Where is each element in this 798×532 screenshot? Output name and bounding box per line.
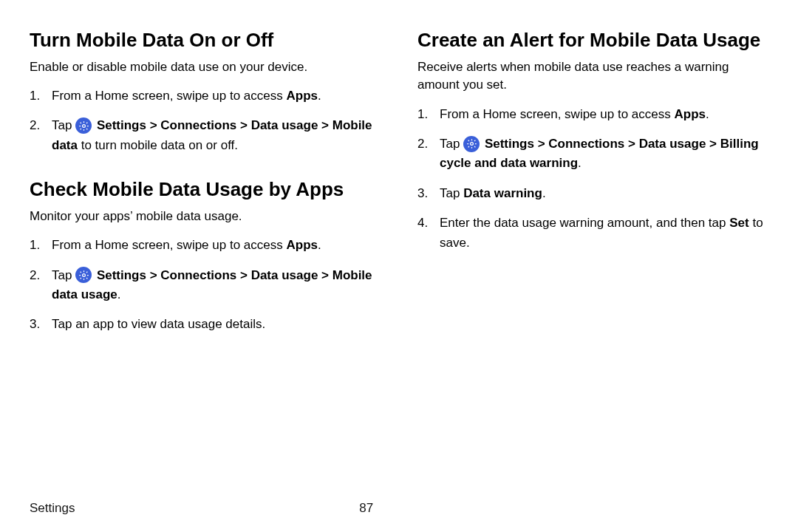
step-text: . (542, 186, 546, 200)
desc-create-alert: Receive alerts when mobile data use reac… (417, 58, 768, 95)
svg-point-1 (82, 273, 85, 276)
step-text: From a Home screen, swipe up to access (52, 238, 286, 252)
chevron-separator: > (534, 137, 548, 151)
heading-create-alert: Create an Alert for Mobile Data Usage (417, 28, 768, 52)
bold-text: Data warning (463, 186, 542, 200)
steps-turn-mobile-data: From a Home screen, swipe up to access A… (30, 86, 381, 155)
bold-text: Settings (97, 118, 146, 132)
bold-text: Data usage (251, 268, 318, 282)
bold-text: Apps (286, 238, 318, 252)
step-text: . (318, 89, 321, 103)
chevron-separator: > (318, 268, 332, 282)
bold-text: Settings (485, 137, 534, 151)
list-item: From a Home screen, swipe up to access A… (30, 86, 381, 106)
settings-gear-icon (75, 117, 92, 134)
bold-text: Data usage (639, 137, 706, 151)
chevron-separator: > (318, 118, 332, 132)
step-text: From a Home screen, swipe up to access (440, 107, 674, 121)
chevron-separator: > (706, 137, 720, 151)
chevron-separator: > (236, 268, 250, 282)
step-text: to turn mobile data on or off. (78, 138, 238, 152)
step-text: . (578, 156, 582, 170)
section-turn-mobile-data: Turn Mobile Data On or Off Enable or dis… (30, 28, 381, 155)
list-item: From a Home screen, swipe up to access A… (30, 236, 381, 255)
chevron-separator: > (236, 118, 250, 132)
step-text: Tap (440, 137, 463, 151)
list-item: Tap an app to view data usage details. (30, 315, 381, 334)
bold-text: Connections (548, 137, 624, 151)
desc-check-usage: Monitor your apps’ mobile data usage. (30, 208, 381, 226)
step-text: . (706, 107, 709, 121)
step-text: Tap (440, 186, 463, 200)
svg-point-0 (82, 124, 85, 127)
footer-section-label: Settings (30, 501, 75, 515)
settings-gear-icon (463, 136, 480, 152)
bold-text: Connections (160, 268, 236, 282)
bold-text: Connections (160, 118, 236, 132)
left-column: Turn Mobile Data On or Off Enable or dis… (30, 28, 381, 357)
step-text: Enter the data usage warning amount, and… (440, 216, 729, 230)
svg-point-2 (470, 143, 473, 146)
step-text: From a Home screen, swipe up to access (52, 89, 286, 103)
chevron-separator: > (624, 137, 638, 151)
list-item: Tap Data warning. (417, 184, 768, 203)
list-item: Tap Settings > Connections > Data usage … (417, 134, 768, 174)
bold-text: Data usage (251, 118, 318, 132)
heading-check-usage: Check Mobile Data Usage by Apps (30, 177, 381, 202)
steps-check-usage: From a Home screen, swipe up to access A… (30, 236, 381, 334)
page-footer: Settings 87 (30, 501, 768, 516)
page-number: 87 (359, 501, 373, 516)
step-text: Tap an app to view data usage details. (52, 317, 265, 331)
chevron-separator: > (146, 268, 160, 282)
heading-turn-mobile-data: Turn Mobile Data On or Off (30, 28, 381, 52)
step-text: Tap (52, 268, 75, 282)
step-text: . (117, 287, 121, 301)
list-item: Tap Settings > Connections > Data usage … (30, 116, 381, 155)
bold-text: Apps (674, 107, 706, 121)
list-item: From a Home screen, swipe up to access A… (417, 105, 768, 124)
bold-text: Apps (286, 89, 318, 103)
section-create-alert: Create an Alert for Mobile Data Usage Re… (417, 28, 768, 253)
step-text: . (318, 238, 321, 252)
bold-text: Settings (97, 268, 146, 282)
bold-text: Set (729, 216, 748, 230)
chevron-separator: > (146, 118, 160, 132)
section-check-usage: Check Mobile Data Usage by Apps Monitor … (30, 177, 381, 335)
list-item: Enter the data usage warning amount, and… (417, 214, 768, 253)
list-item: Tap Settings > Connections > Data usage … (30, 266, 381, 305)
steps-create-alert: From a Home screen, swipe up to access A… (417, 105, 768, 253)
settings-gear-icon (75, 267, 92, 283)
step-text: Tap (52, 118, 75, 132)
desc-turn-mobile-data: Enable or disable mobile data use on you… (30, 58, 381, 77)
right-column: Create an Alert for Mobile Data Usage Re… (417, 28, 768, 357)
